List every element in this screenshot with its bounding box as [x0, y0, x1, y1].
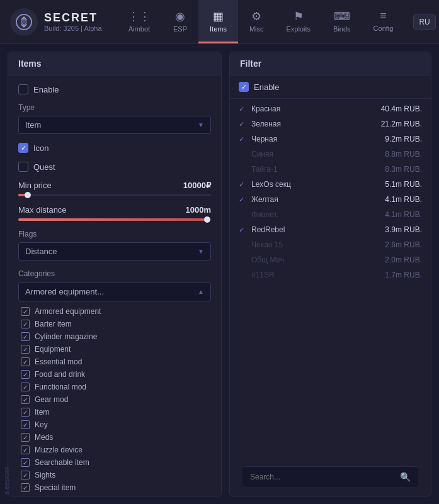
filter-item-name: Красная — [251, 104, 376, 113]
category-checkbox[interactable] — [21, 471, 30, 479]
icon-checkbox[interactable] — [18, 143, 28, 153]
category-item[interactable]: Functional mod — [18, 381, 211, 393]
flags-dropdown[interactable]: Distance ▼ — [18, 242, 211, 260]
nav-item-exploits[interactable]: ⚑ Exploits — [275, 0, 322, 43]
category-label: Cylinder magazine — [35, 332, 97, 341]
nav-item-misc[interactable]: ⚙ Misc — [238, 0, 275, 43]
category-checkbox[interactable] — [21, 395, 30, 404]
nav-item-items[interactable]: ▦ Items — [198, 0, 238, 43]
quest-checkbox[interactable] — [18, 162, 28, 172]
filter-enable-checkbox[interactable] — [239, 82, 249, 92]
category-checkbox[interactable] — [21, 383, 30, 391]
filter-item[interactable]: Общ Меч2.0m RUB. — [230, 252, 431, 267]
filter-item[interactable]: Чекан 152.6m RUB. — [230, 237, 431, 252]
exploits-icon: ⚑ — [294, 9, 304, 23]
category-label: Special item — [35, 483, 76, 492]
category-item[interactable]: Cylinder magazine — [18, 330, 211, 343]
nav-item-binds[interactable]: ⌨ Binds — [322, 0, 362, 43]
category-item[interactable]: Meds — [18, 431, 211, 444]
category-item[interactable]: Essential mod — [18, 356, 211, 368]
filter-item-name: RedRebel — [251, 225, 380, 234]
category-label: Functional mod — [35, 383, 86, 391]
max-distance-fill — [18, 218, 207, 221]
categories-header-dropdown[interactable]: Armored equipment... ▲ — [18, 282, 211, 301]
enable-label: Enable — [33, 85, 59, 94]
min-price-label: Min price — [18, 181, 52, 190]
nav-item-config[interactable]: ≡ Config — [362, 0, 405, 43]
category-item[interactable]: Food and drink — [18, 368, 211, 381]
type-dropdown[interactable]: Item ▼ — [18, 116, 211, 134]
category-checkbox[interactable] — [21, 307, 30, 316]
filter-item[interactable]: ✓RedRebel3.9m RUB. — [230, 222, 431, 237]
category-item[interactable]: Key — [18, 418, 211, 431]
category-item[interactable]: Gear mod — [18, 393, 211, 406]
category-checkbox[interactable] — [21, 483, 30, 492]
max-distance-header: Max distance 1000m — [18, 205, 211, 215]
category-checkbox[interactable] — [21, 408, 30, 417]
category-label: Stackable item — [35, 496, 84, 496]
category-item[interactable]: Equipment — [18, 343, 211, 356]
max-distance-track[interactable] — [18, 218, 211, 221]
filter-item-check: ✓ — [239, 181, 246, 188]
min-price-track[interactable] — [18, 194, 211, 196]
flags-section: Flags Distance ▼ — [18, 230, 211, 260]
filter-enable-label: Enable — [254, 82, 279, 92]
filter-item[interactable]: #11SR1.7m RUB. — [230, 267, 431, 283]
filter-item[interactable]: ✓LexOs секц5.1m RUB. — [230, 177, 431, 192]
category-checkbox[interactable] — [21, 357, 30, 366]
brand-name: SECRET — [44, 11, 102, 25]
nav-label-aimbot: Aimbot — [128, 25, 150, 33]
category-item[interactable]: Searchable item — [18, 456, 211, 469]
brand-sub: Build: 3205 | Alpha — [44, 25, 102, 32]
category-checkbox[interactable] — [21, 496, 30, 496]
filter-item-price: 8.3m RUB. — [385, 165, 422, 174]
category-checkbox[interactable] — [21, 445, 30, 454]
nav-label-misc: Misc — [249, 25, 264, 33]
binds-icon: ⌨ — [334, 9, 350, 23]
filter-item[interactable]: Синяя8.8m RUB. — [230, 147, 431, 162]
max-distance-thumb — [204, 216, 210, 223]
filter-item[interactable]: Фиолет.4.1m RUB. — [230, 207, 431, 222]
category-item[interactable]: Armored equipment — [18, 305, 211, 318]
nav-label-exploits: Exploits — [287, 25, 311, 33]
category-item[interactable]: Muzzle device — [18, 444, 211, 456]
category-checkbox[interactable] — [21, 458, 30, 467]
nav-item-esp[interactable]: ◉ ESP — [162, 0, 198, 43]
category-checkbox[interactable] — [21, 345, 30, 354]
enable-checkbox[interactable] — [18, 84, 28, 94]
svg-point-1 — [21, 20, 26, 25]
category-checkbox[interactable] — [21, 420, 30, 429]
filter-item-check — [239, 241, 246, 249]
category-checkbox[interactable] — [21, 320, 30, 328]
filter-item-price: 8.8m RUB. — [385, 150, 422, 159]
filter-item-name: Зеленая — [251, 120, 376, 128]
category-item[interactable]: Special item — [18, 481, 211, 494]
search-input[interactable] — [250, 473, 400, 481]
category-checkbox[interactable] — [21, 332, 30, 341]
filter-item-price: 3.9m RUB. — [385, 225, 422, 234]
max-distance-value: 1000m — [186, 205, 211, 215]
category-checkbox[interactable] — [21, 370, 30, 379]
category-label: Muzzle device — [35, 445, 83, 454]
nav-item-aimbot[interactable]: ⋮⋮ Aimbot — [117, 0, 162, 43]
lang-button[interactable]: RU — [413, 14, 435, 30]
category-item[interactable]: Barter item — [18, 318, 211, 330]
category-item[interactable]: Sights — [18, 469, 211, 481]
items-icon: ▦ — [213, 9, 224, 23]
filter-item[interactable]: ✓Зеленая21.2m RUB. — [230, 116, 431, 132]
filter-item-price: 2.0m RUB. — [385, 255, 422, 264]
filter-item[interactable]: ✓Черная9.2m RUB. — [230, 132, 431, 147]
filter-item-check: ✓ — [239, 135, 246, 143]
filter-item-check — [239, 211, 246, 218]
category-item[interactable]: Item — [18, 406, 211, 418]
max-distance-label: Max distance — [18, 205, 67, 215]
main-content: Items Enable Type Item ▼ Icon Quest — [0, 44, 439, 504]
panel-body: Enable Type Item ▼ Icon Quest Min price — [8, 76, 221, 496]
search-container: 🔍 — [230, 462, 431, 496]
filter-item[interactable]: Тайга-18.3m RUB. — [230, 162, 431, 177]
filter-item[interactable]: ✓Красная40.4m RUB. — [230, 101, 431, 116]
category-item[interactable]: Stackable item — [18, 494, 211, 496]
filter-item[interactable]: ✓Желтая4.1m RUB. — [230, 192, 431, 207]
category-checkbox[interactable] — [21, 433, 30, 442]
filter-item-name: Тайга-1 — [251, 165, 380, 174]
